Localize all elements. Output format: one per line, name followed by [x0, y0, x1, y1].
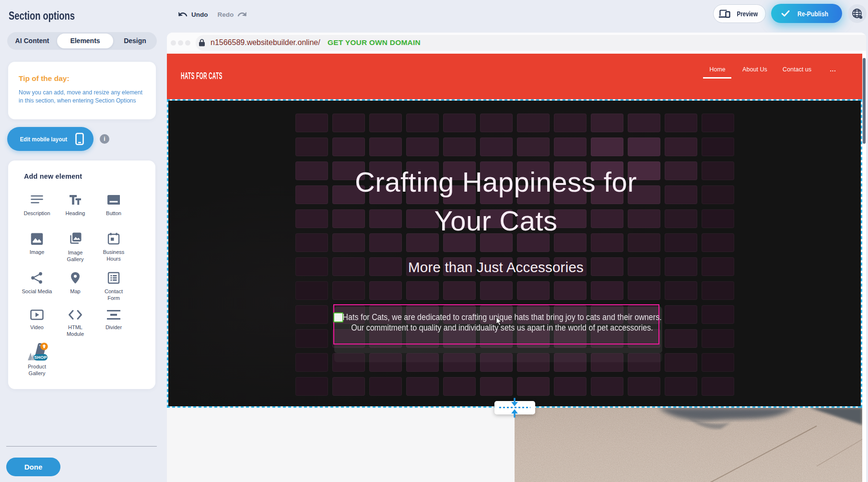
svg-text:SHOP: SHOP — [34, 355, 47, 360]
